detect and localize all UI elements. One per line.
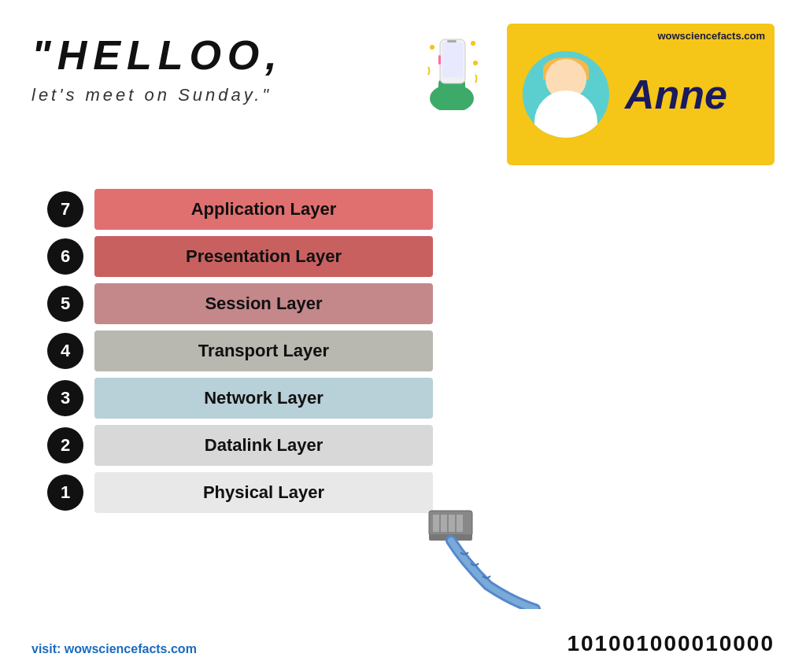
avatar-inner	[531, 59, 601, 138]
hello-line2: let's meet on Sunday."	[31, 85, 397, 105]
hello-text-area: "HELLOO, let's meet on Sunday."	[31, 24, 397, 105]
layer-row-4: 4Transport Layer	[47, 330, 759, 371]
svg-point-8	[473, 61, 478, 65]
svg-point-6	[430, 45, 434, 50]
layer-number-2: 2	[47, 427, 83, 463]
layer-number-5: 5	[47, 286, 83, 322]
website-label: wowsciencefacts.com	[657, 30, 765, 42]
anne-name: Anne	[625, 71, 727, 118]
layer-bar-net: Network Layer	[94, 378, 433, 419]
svg-point-7	[471, 41, 475, 46]
svg-rect-3	[442, 42, 463, 77]
layer-bar-phys: Physical Layer	[94, 472, 433, 513]
layer-row-7: 7Application Layer	[47, 189, 759, 230]
layer-number-7: 7	[47, 191, 83, 227]
avatar-body	[534, 90, 597, 138]
layer-bar-pres: Presentation Layer	[94, 236, 433, 277]
svg-rect-11	[441, 515, 447, 532]
visit-link: visit: wowsciencefacts.com	[31, 642, 197, 656]
layer-bar-app: Application Layer	[94, 189, 433, 230]
layer-number-3: 3	[47, 380, 83, 416]
layer-row-5: 5Session Layer	[47, 283, 759, 324]
cable-svg	[386, 507, 543, 609]
layer-row-3: 3Network Layer	[47, 378, 759, 419]
layer-number-1: 1	[47, 474, 83, 511]
svg-rect-5	[438, 55, 441, 65]
ethernet-cable	[386, 507, 543, 601]
svg-rect-12	[449, 515, 455, 532]
binary-text: 101001000010000	[567, 631, 775, 656]
layer-bar-trans: Transport Layer	[94, 330, 433, 371]
svg-rect-4	[447, 40, 457, 42]
layer-bar-sess: Session Layer	[94, 283, 433, 324]
bottom-area: visit: wowsciencefacts.com 1010010000100…	[31, 631, 775, 656]
layer-bar-data: Datalink Layer	[94, 425, 433, 466]
svg-rect-13	[457, 515, 463, 532]
phone-illustration	[420, 31, 483, 110]
anne-card: wowsciencefacts.com Anne	[507, 24, 775, 165]
avatar	[523, 51, 609, 138]
osi-layers-section: 7Application Layer6Presentation Layer5Se…	[0, 173, 806, 513]
svg-rect-10	[433, 515, 439, 532]
layer-row-2: 2Datalink Layer	[47, 425, 759, 466]
layer-number-6: 6	[47, 238, 83, 275]
layer-number-4: 4	[47, 333, 83, 369]
hello-line1: "HELLOO,	[31, 31, 397, 79]
header: "HELLOO, let's meet on Sunday." wowscien…	[0, 0, 806, 173]
phone-svg	[424, 31, 479, 110]
layer-row-6: 6Presentation Layer	[47, 236, 759, 277]
